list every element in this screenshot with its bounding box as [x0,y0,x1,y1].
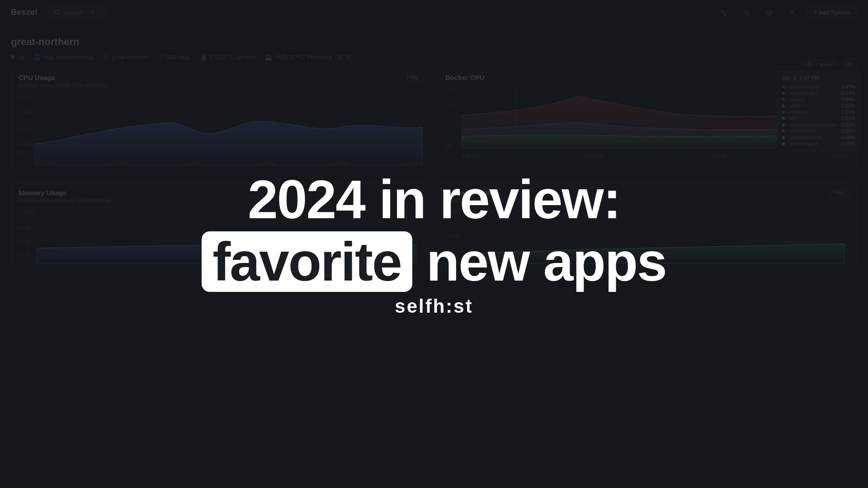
overlay-line2-suffix: new apps [412,231,666,292]
overlay-branding: selfh:st [395,296,473,317]
overlay-line2: favorite new apps [202,231,666,292]
overlay-headline: 2024 in review: [248,171,620,228]
overlay-line1: 2024 in review: [248,169,620,230]
overlay: 2024 in review: favorite new apps selfh:… [0,0,868,488]
overlay-highlight: favorite [202,231,412,292]
selfhost-brand: selfh:st [395,296,473,317]
